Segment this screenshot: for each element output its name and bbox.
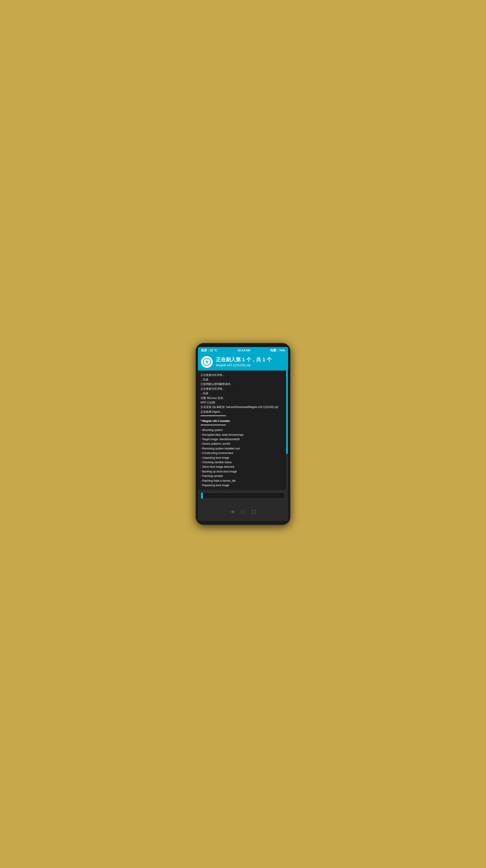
log-line: 已使用默认密码解密成功。 (201, 382, 282, 386)
flash-filename: Magisk-v20.1(20100).zip (216, 363, 272, 367)
temperature-display: 温度：32 °C (201, 348, 217, 352)
phone-screen: 温度：32 °C 10:14 AM 电量：74% 正在刷入第 1 个，共 1 个… (198, 347, 288, 521)
log-line: ************************ (201, 423, 282, 428)
log-line: - Backing up stock boot image (201, 469, 282, 474)
svg-point-1 (206, 361, 208, 363)
log-line: - Device platform: arm64 (201, 441, 282, 446)
log-area: 正在更新分区详情......完成已使用默认密码解密成功。正在更新分区详情....… (198, 371, 288, 490)
log-line: - Unpacking boot image (201, 456, 282, 460)
scrollbar[interactable] (286, 371, 288, 490)
log-line: 正在安装 Zip 刷机包 '/sdcard/Download/Magisk-v2… (201, 405, 282, 409)
log-line: - Patching ramdisk (201, 474, 282, 478)
log-line: 正在更新分区详情... (201, 386, 282, 391)
log-line: * Magisk v20.1 Installer (201, 419, 282, 423)
progress-bar-fill (201, 493, 203, 499)
log-line: - Stock boot image detected (201, 465, 282, 469)
log-line: ...完成 (201, 391, 282, 396)
log-line: - Repacking boot image (201, 483, 282, 488)
time-display: 10:14 AM (237, 349, 250, 352)
nav-bar (198, 503, 288, 521)
progress-area (198, 490, 288, 503)
log-line: - Patching fstab in kernel_dtb (201, 478, 282, 483)
flash-header: 正在刷入第 1 个，共 1 个 Magisk-v20.1(20100).zip (198, 354, 288, 371)
log-line: ************************ (201, 414, 282, 418)
magisk-icon (201, 356, 213, 368)
log-line: - Encrypted data, keep forceencrypt (201, 433, 282, 437)
log-line: 正在更新分区详情... (201, 373, 282, 377)
scrollbar-thumb (286, 371, 288, 454)
log-line: - Constructing environment (201, 451, 282, 455)
flash-title: 正在刷入第 1 个，共 1 个 (216, 357, 272, 363)
home-button[interactable] (241, 510, 245, 514)
log-line: MTP 已启用 (201, 400, 282, 405)
log-line: 正在检测 Digest... (201, 409, 282, 414)
log-line: - Mounting system (201, 428, 282, 432)
header-text-block: 正在刷入第 1 个，共 1 个 Magisk-v20.1(20100).zip (216, 357, 272, 367)
log-line: - Target image: /dev/block/sde36 (201, 437, 282, 441)
battery-display: 电量：74% (270, 348, 285, 352)
log-line: ...完成 (201, 377, 282, 382)
phone-device: 温度：32 °C 10:14 AM 电量：74% 正在刷入第 1 个，共 1 个… (195, 343, 291, 525)
log-line: - Removing system installed root (201, 446, 282, 451)
progress-bar-container (201, 493, 285, 499)
status-bar: 温度：32 °C 10:14 AM 电量：74% (198, 347, 288, 354)
recents-button[interactable] (251, 510, 255, 514)
nav-buttons (231, 510, 255, 514)
log-line: 完整 SELinux 支持。 (201, 396, 282, 400)
back-button[interactable] (231, 510, 234, 514)
log-content: 正在更新分区详情......完成已使用默认密码解密成功。正在更新分区详情....… (201, 373, 285, 488)
log-line: - Checking ramdisk status (201, 460, 282, 465)
